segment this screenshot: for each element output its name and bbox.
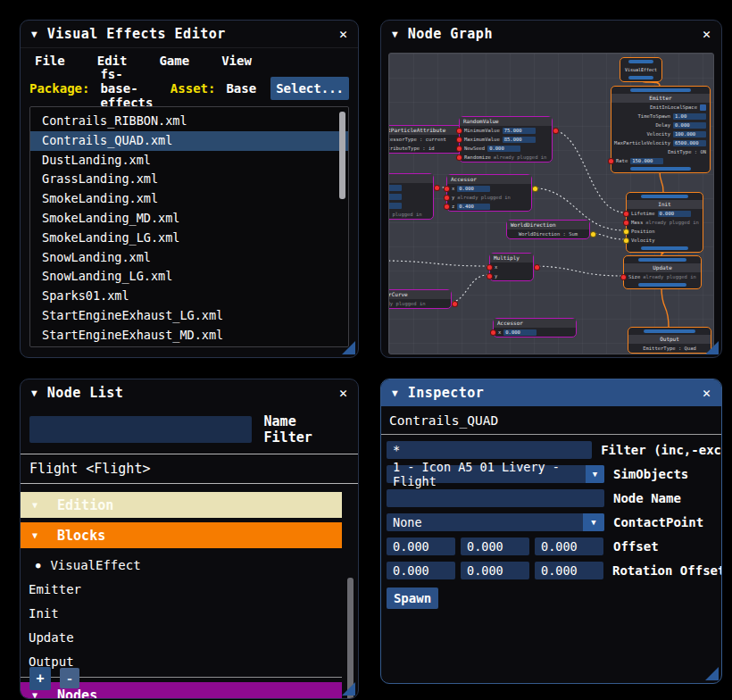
section-header-blocks[interactable]: ▼Blocks [21,522,342,548]
rotation-y-input[interactable]: 0.000 [461,562,529,579]
red-port-icon[interactable] [457,129,462,133]
node-field[interactable]: 75.000 [503,128,536,134]
yellow-port-icon[interactable] [591,232,595,237]
red-port-icon[interactable] [435,186,439,190]
red-port-icon[interactable] [487,274,492,279]
graph-node-multiply[interactable]: Multiplyxy [489,253,534,281]
context-item[interactable]: Flight <Flight> [21,454,358,483]
red-port-icon[interactable] [457,138,462,142]
red-port-icon[interactable] [553,129,558,133]
resize-handle[interactable] [342,682,355,696]
red-port-icon[interactable] [609,159,613,163]
spawn-button[interactable]: Spawn [387,588,438,609]
graph-node-constantvalue[interactable]: 1.3650.0000.400already plugged in [388,173,434,220]
close-icon[interactable]: ✕ [703,385,711,401]
menu-item-edit[interactable]: Edit [97,54,128,68]
file-item[interactable]: StartEngineExhaust_LG.xml [30,306,348,326]
scrollbar-thumb[interactable] [347,578,354,699]
resize-handle[interactable] [705,341,719,354]
close-icon[interactable]: ✕ [339,26,347,42]
red-port-icon[interactable] [445,187,449,191]
graph-node-beziercurve[interactable]: BezierCurvealready plugged in [388,289,452,309]
close-icon[interactable]: ✕ [339,385,347,401]
node-field[interactable]: 100.000 [673,131,706,138]
node-field[interactable]: 0.000 [487,146,520,152]
node-name-input[interactable] [387,489,604,507]
red-port-icon[interactable] [445,196,449,200]
red-port-icon[interactable] [624,212,628,216]
red-port-icon[interactable] [457,155,462,160]
graph-node-emitter[interactable]: EmitterEmitInLocalSpaceTimeToSpawn1.00De… [611,86,711,173]
node-list-item[interactable]: Init [21,601,342,625]
red-port-icon[interactable] [621,275,626,279]
collapse-icon[interactable]: ▼ [32,501,37,510]
add-node-button[interactable]: + [29,667,51,690]
filter-input[interactable]: * [387,441,592,459]
menu-item-game[interactable]: Game [159,54,189,68]
file-item[interactable]: Contrails_RIBBON.xml [30,112,348,131]
red-port-icon[interactable] [453,302,457,306]
collapse-icon[interactable]: ▼ [32,531,37,540]
close-icon[interactable]: ✕ [703,26,711,42]
resize-handle[interactable] [705,667,719,680]
node-field[interactable]: 0.000 [658,211,691,217]
rotation-x-input[interactable]: 0.000 [387,562,455,579]
file-item[interactable]: StartEngineExhaust_MD.xml [30,326,348,346]
graph-node-init[interactable]: InitLifetime0.000Massalready plugged inP… [626,192,703,253]
graph-node-visualeffect[interactable]: VisualEffect [620,57,662,82]
graph-node-accessor[interactable]: Accessorx0.000yalready plugged inz0.400 [446,174,532,212]
collapse-icon[interactable]: ▼ [392,388,398,398]
contactpoint-dropdown[interactable]: None ▼ [387,513,604,531]
resize-handle[interactable] [342,341,355,354]
graph-node-worlddirection[interactable]: WorldDirectionWorldDirection : Sum [506,220,590,239]
node-field[interactable]: 0.000 [673,122,706,129]
collapse-icon[interactable]: ▼ [31,29,37,39]
simobjects-dropdown[interactable]: 1 - Icon A5 01 Livery - Flight ▼ [387,465,604,483]
node-graph-canvas[interactable]: VisualEffectEmitterEmitInLocalSpaceTimeT… [388,53,714,354]
file-item[interactable]: SmokeLanding_MD.xml [30,209,348,229]
node-list-item[interactable]: ●VisualEffect [21,553,342,577]
offset-z-input[interactable]: 0.000 [535,538,603,555]
file-item[interactable]: Contrails_QUAD.xml [30,131,348,151]
select-button[interactable]: Select... [270,77,349,100]
node-field[interactable]: 1.00 [673,113,706,120]
red-port-icon[interactable] [491,330,495,335]
menu-item-view[interactable]: View [221,54,252,68]
node-field[interactable]: 85.000 [503,137,536,143]
node-field[interactable]: 6500.000 [673,140,706,146]
red-port-icon[interactable] [487,265,492,270]
yellow-port-icon[interactable] [624,229,628,234]
name-filter-input[interactable] [29,416,252,443]
rotation-z-input[interactable]: 0.000 [535,562,603,579]
graph-node-accessor2[interactable]: Accessorx0.000 [493,318,577,338]
node-list-item[interactable]: Update [21,625,342,649]
file-item[interactable]: SmokeLanding.xml [30,189,348,209]
red-port-icon[interactable] [457,146,462,151]
remove-node-button[interactable]: - [60,668,79,688]
red-port-icon[interactable] [445,204,449,209]
yellow-port-icon[interactable] [533,187,537,191]
node-field[interactable]: 0.000 [388,194,402,200]
graph-node-output[interactable]: OutputEmitterType : Quad [628,327,711,354]
chevron-down-icon[interactable]: ▼ [586,465,604,483]
node-list-item[interactable]: Emitter [21,577,342,601]
graph-node-update[interactable]: UpdateSizealready plugged in [623,255,702,289]
file-item[interactable]: SnowLanding_LG.xml [30,267,348,287]
node-field[interactable]: 0.400 [388,203,402,209]
node-field[interactable]: 0.000 [503,329,537,336]
node-field[interactable]: 0.400 [457,204,490,210]
red-port-icon[interactable] [624,221,628,225]
scrollbar-thumb[interactable] [339,112,345,199]
collapse-icon[interactable]: ▼ [32,691,37,700]
checkbox[interactable] [700,104,706,111]
node-field[interactable]: 150.000 [630,158,663,164]
node-field[interactable]: 0.000 [457,186,490,192]
node-field[interactable]: 1.365 [388,185,402,191]
section-header-edition[interactable]: ▼Edition [21,492,342,518]
file-item[interactable]: DustLanding.xml [30,151,348,171]
red-port-icon[interactable] [535,265,539,270]
offset-y-input[interactable]: 0.000 [461,538,529,555]
collapse-icon[interactable]: ▼ [392,29,398,39]
file-item[interactable]: GrassLanding.xml [30,170,348,189]
yellow-port-icon[interactable] [624,238,628,243]
